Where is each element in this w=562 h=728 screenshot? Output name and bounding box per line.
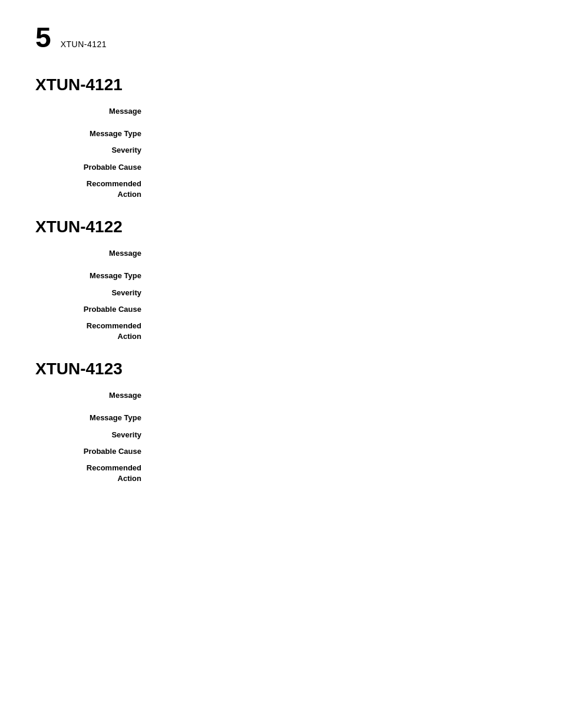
field-row-probable-cause-4121: Probable Cause bbox=[35, 162, 527, 173]
entry-xtun-4123: XTUN-4123 Message Message Type Severity … bbox=[35, 360, 527, 484]
label-probable-cause-4123: Probable Cause bbox=[35, 446, 153, 457]
label-message-4122: Message bbox=[35, 248, 153, 259]
field-row-message-type-4121: Message Type bbox=[35, 129, 527, 139]
label-severity-4122: Severity bbox=[35, 288, 153, 298]
field-row-severity-4121: Severity bbox=[35, 145, 527, 156]
entry-xtun-4121: XTUN-4121 Message Message Type Severity … bbox=[35, 75, 527, 200]
page-number: 5 bbox=[35, 24, 51, 52]
field-row-message-4121: Message bbox=[35, 106, 527, 117]
entry-title-xtun-4122: XTUN-4122 bbox=[35, 218, 527, 236]
field-row-severity-4122: Severity bbox=[35, 288, 527, 298]
page-header-title: XTUN-4121 bbox=[61, 39, 107, 49]
field-row-severity-4123: Severity bbox=[35, 430, 527, 440]
label-probable-cause-4121: Probable Cause bbox=[35, 162, 153, 173]
field-row-probable-cause-4123: Probable Cause bbox=[35, 446, 527, 457]
label-message-type-4121: Message Type bbox=[35, 129, 153, 139]
label-recommended-action-4123: RecommendedAction bbox=[35, 463, 153, 484]
label-message-type-4122: Message Type bbox=[35, 271, 153, 281]
entries-container: XTUN-4121 Message Message Type Severity … bbox=[35, 75, 527, 484]
page-header: 5 XTUN-4121 bbox=[35, 24, 527, 52]
label-recommended-action-4121: RecommendedAction bbox=[35, 179, 153, 200]
label-severity-4123: Severity bbox=[35, 430, 153, 440]
label-recommended-action-4122: RecommendedAction bbox=[35, 321, 153, 342]
entry-title-xtun-4123: XTUN-4123 bbox=[35, 360, 527, 378]
field-row-recommended-action-4122: RecommendedAction bbox=[35, 321, 527, 342]
field-row-message-4122: Message bbox=[35, 248, 527, 259]
label-message-4123: Message bbox=[35, 390, 153, 401]
entry-title-xtun-4121: XTUN-4121 bbox=[35, 75, 527, 94]
label-message-4121: Message bbox=[35, 106, 153, 117]
field-row-recommended-action-4121: RecommendedAction bbox=[35, 179, 527, 200]
entry-xtun-4122: XTUN-4122 Message Message Type Severity … bbox=[35, 218, 527, 342]
field-row-message-type-4123: Message Type bbox=[35, 413, 527, 423]
field-row-recommended-action-4123: RecommendedAction bbox=[35, 463, 527, 484]
field-row-probable-cause-4122: Probable Cause bbox=[35, 304, 527, 315]
label-message-type-4123: Message Type bbox=[35, 413, 153, 423]
field-row-message-type-4122: Message Type bbox=[35, 271, 527, 281]
label-severity-4121: Severity bbox=[35, 145, 153, 156]
label-probable-cause-4122: Probable Cause bbox=[35, 304, 153, 315]
field-row-message-4123: Message bbox=[35, 390, 527, 401]
